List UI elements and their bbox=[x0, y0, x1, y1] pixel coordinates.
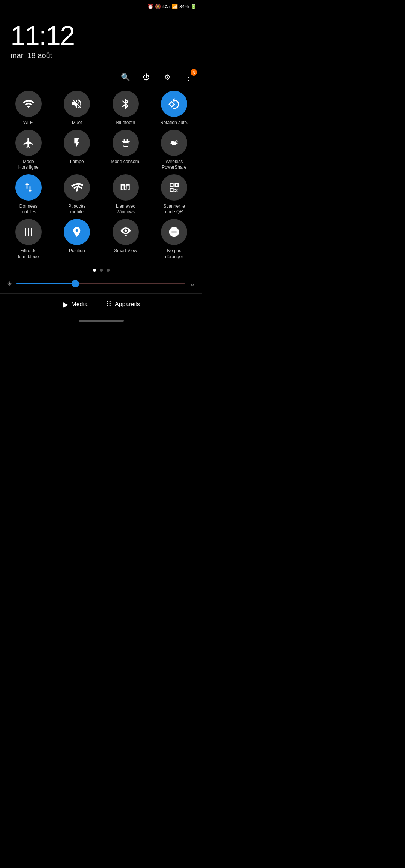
alarm-icon: ⏰ bbox=[147, 4, 153, 9]
wireless-powershare-icon bbox=[168, 137, 180, 149]
tile-bluetooth[interactable]: Bluetooth bbox=[102, 91, 149, 126]
tile-airplane[interactable]: ModeHors ligne bbox=[5, 130, 52, 171]
power-icon: ⏻ bbox=[143, 73, 150, 81]
airplane-circle bbox=[15, 130, 42, 156]
location-label: Position bbox=[69, 248, 85, 254]
tile-wifi[interactable]: Wi-Fi bbox=[5, 91, 52, 126]
tile-smartview[interactable]: Smart View bbox=[102, 219, 149, 260]
hotspot-circle bbox=[64, 174, 90, 201]
qr-icon bbox=[168, 181, 180, 193]
search-icon: 🔍 bbox=[121, 73, 130, 82]
dot-3[interactable] bbox=[106, 269, 110, 272]
brightness-track[interactable] bbox=[16, 283, 185, 284]
tile-data[interactable]: Donnéesmobiles bbox=[5, 174, 52, 215]
smartview-circle bbox=[112, 219, 139, 245]
battery-text: 84% bbox=[179, 4, 189, 9]
brightness-row: ☀ ⌄ bbox=[0, 278, 202, 293]
smartview-label: Smart View bbox=[114, 248, 137, 254]
power-button[interactable]: ⏻ bbox=[140, 70, 153, 84]
tile-wireless[interactable]: WirelessPowerShare bbox=[151, 130, 198, 171]
wireless-label: WirelessPowerShare bbox=[162, 159, 186, 171]
more-button[interactable]: ⋮ N bbox=[182, 70, 195, 84]
media-play-icon: ▶ bbox=[63, 300, 68, 309]
media-button[interactable]: ▶ Média bbox=[54, 298, 97, 311]
hotspot-icon bbox=[71, 181, 83, 193]
tile-location[interactable]: Position bbox=[54, 219, 100, 260]
flashlight-circle bbox=[64, 130, 90, 156]
bluetooth-circle bbox=[112, 91, 139, 117]
mute-circle bbox=[64, 91, 90, 117]
search-button[interactable]: 🔍 bbox=[118, 70, 132, 84]
mute-label: Muet bbox=[72, 120, 82, 126]
qr-circle bbox=[161, 174, 187, 201]
tiles-grid: Wi-Fi Muet Bluetooth Rotation auto. bbox=[0, 88, 202, 265]
mute-icon bbox=[71, 98, 83, 110]
devices-icon: ⠿ bbox=[106, 300, 112, 309]
clock-area: 11:12 mar. 18 août bbox=[0, 11, 202, 67]
hotspot-label: Pt accèsmobile bbox=[68, 204, 86, 215]
tile-bluelight[interactable]: Filtre delum. bleue bbox=[5, 219, 52, 260]
dot-1[interactable] bbox=[93, 269, 96, 272]
tile-mute[interactable]: Muet bbox=[54, 91, 100, 126]
smartview-icon bbox=[120, 226, 132, 238]
qr-label: Scanner lecode QR bbox=[164, 204, 185, 215]
location-icon bbox=[71, 226, 83, 238]
flashlight-icon bbox=[71, 137, 83, 149]
devices-button[interactable]: ⠿ Appareils bbox=[97, 298, 149, 311]
mute-icon: 🔕 bbox=[155, 4, 161, 9]
devices-label: Appareils bbox=[115, 301, 140, 308]
data-icon bbox=[22, 181, 34, 193]
dnd-circle bbox=[161, 219, 187, 245]
clock-date: mar. 18 août bbox=[10, 51, 192, 60]
powersave-icon bbox=[120, 137, 132, 149]
tile-powersave[interactable]: Mode consom. bbox=[102, 130, 149, 171]
location-circle bbox=[64, 219, 90, 245]
tile-hotspot[interactable]: Pt accèsmobile bbox=[54, 174, 100, 215]
tile-link-windows[interactable]: Lien avecWindows bbox=[102, 174, 149, 215]
settings-button[interactable]: ⚙ bbox=[160, 70, 174, 84]
link-windows-icon bbox=[120, 181, 132, 193]
bluetooth-icon bbox=[120, 98, 132, 110]
link-windows-circle bbox=[112, 174, 139, 201]
brightness-thumb[interactable] bbox=[72, 280, 79, 287]
gear-icon: ⚙ bbox=[164, 73, 171, 82]
rotation-icon bbox=[168, 98, 180, 110]
wifi-label: Wi-Fi bbox=[23, 120, 34, 126]
pagination-dots bbox=[0, 265, 202, 278]
tile-flashlight[interactable]: Lampe bbox=[54, 130, 100, 171]
tile-rotation[interactable]: Rotation auto. bbox=[151, 91, 198, 126]
signal-icon: 📶 bbox=[172, 4, 178, 9]
powersave-label: Mode consom. bbox=[111, 159, 140, 165]
status-bar: ⏰ 🔕 4G+ 📶 84% 🔋 bbox=[0, 0, 202, 11]
flashlight-label: Lampe bbox=[70, 159, 84, 165]
bluelight-circle bbox=[15, 219, 42, 245]
status-icons: ⏰ 🔕 4G+ 📶 84% 🔋 bbox=[147, 4, 196, 9]
network-icon: 4G+ bbox=[162, 4, 170, 9]
data-circle bbox=[15, 174, 42, 201]
wifi-icon bbox=[22, 98, 34, 110]
wireless-circle bbox=[161, 130, 187, 156]
media-label: Média bbox=[71, 301, 88, 308]
rotation-label: Rotation auto. bbox=[160, 120, 188, 126]
home-indicator bbox=[79, 320, 124, 322]
dnd-icon bbox=[168, 226, 180, 238]
notification-badge: N bbox=[190, 69, 197, 76]
bluelight-label: Filtre delum. bleue bbox=[18, 248, 39, 260]
bottom-bar: ▶ Média ⠿ Appareils bbox=[0, 293, 202, 319]
airplane-label: ModeHors ligne bbox=[18, 159, 39, 171]
battery-icon: 🔋 bbox=[190, 4, 196, 9]
dnd-label: Ne pasdéranger bbox=[165, 248, 183, 260]
brightness-icon: ☀ bbox=[7, 280, 12, 287]
rotation-circle bbox=[161, 91, 187, 117]
bluetooth-label: Bluetooth bbox=[116, 120, 135, 126]
link-windows-label: Lien avecWindows bbox=[116, 204, 135, 215]
clock-time: 11:12 bbox=[10, 22, 192, 49]
wifi-circle bbox=[15, 91, 42, 117]
tile-dnd[interactable]: Ne pasdéranger bbox=[151, 219, 198, 260]
tile-qr[interactable]: Scanner lecode QR bbox=[151, 174, 198, 215]
chevron-down-icon[interactable]: ⌄ bbox=[189, 279, 196, 288]
airplane-icon bbox=[22, 137, 34, 149]
powersave-circle bbox=[112, 130, 139, 156]
dot-2[interactable] bbox=[100, 269, 103, 272]
quick-controls: 🔍 ⏻ ⚙ ⋮ N bbox=[0, 67, 202, 88]
